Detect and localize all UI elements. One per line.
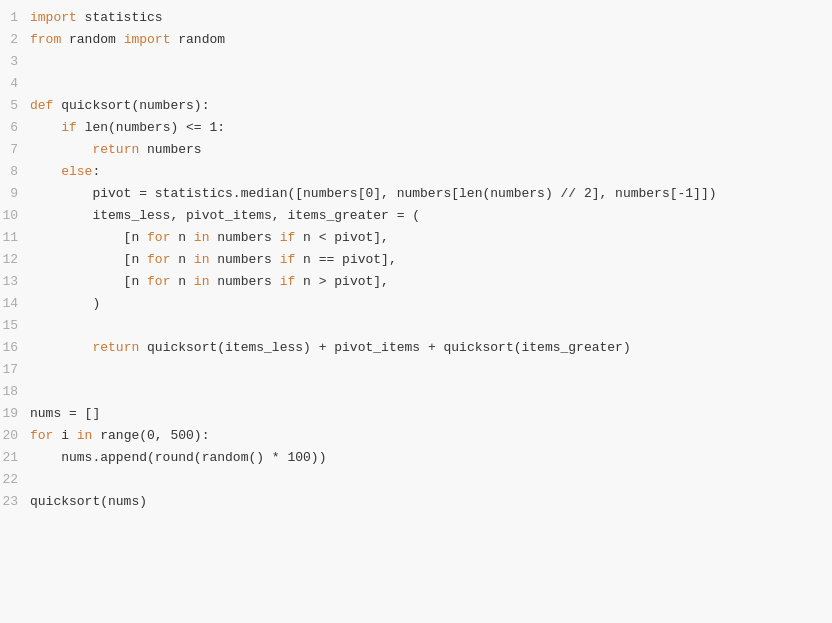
code-line: 3 [0, 52, 832, 74]
line-content: return numbers [30, 140, 832, 161]
line-number: 6 [0, 118, 30, 139]
line-content: nums.append(round(random() * 100)) [30, 448, 832, 469]
line-number: 2 [0, 30, 30, 51]
line-content: pivot = statistics.median([numbers[0], n… [30, 184, 832, 205]
line-content: items_less, pivot_items, items_greater =… [30, 206, 832, 227]
line-content: [n for n in numbers if n < pivot], [30, 228, 832, 249]
code-line: 23quicksort(nums) [0, 492, 832, 514]
code-line: 21 nums.append(round(random() * 100)) [0, 448, 832, 470]
code-line: 1import statistics [0, 8, 832, 30]
code-line: 4 [0, 74, 832, 96]
line-number: 10 [0, 206, 30, 227]
line-number: 15 [0, 316, 30, 337]
line-content: [n for n in numbers if n == pivot], [30, 250, 832, 271]
line-number: 16 [0, 338, 30, 359]
code-line: 2from random import random [0, 30, 832, 52]
line-number: 19 [0, 404, 30, 425]
line-content [30, 74, 832, 95]
code-line: 14 ) [0, 294, 832, 316]
line-content [30, 52, 832, 73]
line-number: 9 [0, 184, 30, 205]
line-number: 5 [0, 96, 30, 117]
line-content: if len(numbers) <= 1: [30, 118, 832, 139]
line-number: 13 [0, 272, 30, 293]
code-line: 20for i in range(0, 500): [0, 426, 832, 448]
code-line: 11 [n for n in numbers if n < pivot], [0, 228, 832, 250]
line-number: 23 [0, 492, 30, 513]
line-number: 1 [0, 8, 30, 29]
code-line: 8 else: [0, 162, 832, 184]
line-number: 22 [0, 470, 30, 491]
code-editor: 1import statistics2from random import ra… [0, 0, 832, 623]
line-number: 4 [0, 74, 30, 95]
line-content: import statistics [30, 8, 832, 29]
line-content: ) [30, 294, 832, 315]
line-number: 20 [0, 426, 30, 447]
code-line: 9 pivot = statistics.median([numbers[0],… [0, 184, 832, 206]
code-line: 19nums = [] [0, 404, 832, 426]
line-content: nums = [] [30, 404, 832, 425]
line-content: from random import random [30, 30, 832, 51]
line-number: 8 [0, 162, 30, 183]
code-line: 15 [0, 316, 832, 338]
line-content [30, 316, 832, 337]
code-line: 6 if len(numbers) <= 1: [0, 118, 832, 140]
line-content: return quicksort(items_less) + pivot_ite… [30, 338, 832, 359]
code-line: 7 return numbers [0, 140, 832, 162]
line-content: quicksort(nums) [30, 492, 832, 513]
code-line: 16 return quicksort(items_less) + pivot_… [0, 338, 832, 360]
code-line: 5def quicksort(numbers): [0, 96, 832, 118]
code-line: 22 [0, 470, 832, 492]
line-number: 3 [0, 52, 30, 73]
line-content: [n for n in numbers if n > pivot], [30, 272, 832, 293]
code-line: 10 items_less, pivot_items, items_greate… [0, 206, 832, 228]
line-content [30, 382, 832, 403]
line-number: 11 [0, 228, 30, 249]
line-content: else: [30, 162, 832, 183]
code-line: 17 [0, 360, 832, 382]
line-number: 21 [0, 448, 30, 469]
line-content [30, 470, 832, 491]
line-number: 7 [0, 140, 30, 161]
line-content: def quicksort(numbers): [30, 96, 832, 117]
line-number: 12 [0, 250, 30, 271]
code-line: 13 [n for n in numbers if n > pivot], [0, 272, 832, 294]
code-line: 12 [n for n in numbers if n == pivot], [0, 250, 832, 272]
line-number: 18 [0, 382, 30, 403]
line-number: 14 [0, 294, 30, 315]
line-content [30, 360, 832, 381]
line-number: 17 [0, 360, 30, 381]
line-content: for i in range(0, 500): [30, 426, 832, 447]
code-line: 18 [0, 382, 832, 404]
